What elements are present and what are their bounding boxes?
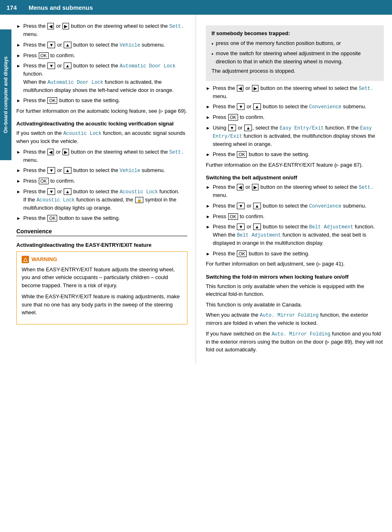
dot-icon: • <box>212 50 214 58</box>
warning-text-1: When the EASY-ENTRY/EXIT feature adjusts… <box>22 266 182 290</box>
bullet-text: Press the ▼ or ▲ button to select the Co… <box>213 202 384 210</box>
btn-up: ▲ <box>64 63 71 69</box>
list-item: ► Press OK to confirm. <box>206 212 384 221</box>
bullet-text: Press OK to confirm. <box>213 212 384 221</box>
further-easy-entry-text: Further information on the EASY-ENTRY/EX… <box>206 161 384 169</box>
arrow-icon: ► <box>206 85 210 92</box>
belt-adjustment-section: Switching the belt adjustment on/off ► P… <box>206 174 384 268</box>
list-item: ► Press the ◀ or ▶ button on the steerin… <box>206 84 384 101</box>
arrow-icon: ► <box>16 52 21 59</box>
right-column: If somebody becomes trapped: • press one… <box>196 15 392 364</box>
mirror-para-4: If you have switched on the Auto. Mirror… <box>206 330 384 354</box>
bullet-text: Press the ◀ or ▶ button on the steering … <box>213 84 384 101</box>
list-item: ► Press the ▼ or ▲ button to select the … <box>16 41 187 49</box>
list-item: ► Press the ▼ or ▲ button to select the … <box>16 62 187 94</box>
bullet-text: Press the ▼ or ▲ button to select the Ve… <box>23 166 187 174</box>
btn-up: ▲ <box>253 203 261 209</box>
btn-ok: OK <box>39 178 49 184</box>
page-number: 174 <box>0 0 24 15</box>
list-item: ► Press the ◀ or ▶ button on the steerin… <box>16 22 187 38</box>
belt-heading: Switching the belt adjustment on/off <box>206 174 384 181</box>
menu-sett: Sett. <box>169 150 184 155</box>
btn-ok: OK <box>237 151 247 158</box>
bullet-text: Press the ◀ or ▶ button on the steering … <box>23 148 187 164</box>
btn-up: ▲ <box>64 188 71 195</box>
btn-down: ▼ <box>47 63 55 69</box>
info-box: If somebody becomes trapped: • press one… <box>206 25 384 81</box>
header-bar: 174 Menus and submenus <box>0 0 392 15</box>
btn-ok: OK <box>228 213 238 220</box>
btn-ok: OK <box>39 52 49 59</box>
arrow-icon: ► <box>16 63 21 69</box>
bullet-text: Press the OK button to save the setting. <box>213 250 384 258</box>
arrow-icon: ► <box>206 184 210 191</box>
dot-icon: • <box>212 40 214 48</box>
arrow-icon: ► <box>16 167 21 174</box>
menu-auto-door-lock: Automatic Door Lock <box>120 63 176 69</box>
list-item: ► Press the ▼ or ▲ button to select the … <box>206 223 384 247</box>
bullet-text: Press the OK button to save the setting. <box>213 150 384 159</box>
btn-right: ▶ <box>62 23 69 29</box>
mirror-heading: Switching the fold-in mirrors when locki… <box>206 274 384 280</box>
belt-further-text: For further information on belt adjustme… <box>206 260 384 268</box>
easy-entry-bullets: ► Press the ◀ or ▶ button on the steerin… <box>206 84 384 159</box>
arrow-icon: ► <box>16 97 21 104</box>
menu-convenience: Convenience <box>309 104 341 110</box>
list-item: ► Press the ▼ or ▲ button to select the … <box>206 103 384 111</box>
btn-down: ▼ <box>237 224 245 230</box>
btn-down: ▼ <box>47 188 55 195</box>
arrow-icon: ► <box>206 203 210 210</box>
list-item: • press one of the memory function posit… <box>212 39 378 48</box>
arrow-icon: ► <box>206 114 210 121</box>
acoustic-locking-section: Activating/deactivating the acoustic loc… <box>16 121 187 222</box>
btn-up: ▲ <box>64 42 71 48</box>
arrow-icon: ► <box>16 215 21 222</box>
convenience-heading: Convenience <box>16 228 187 236</box>
btn-right: ▶ <box>62 149 69 155</box>
btn-left: ◀ <box>47 149 54 155</box>
btn-up: ▲ <box>244 125 252 131</box>
btn-ok: OK <box>228 114 238 121</box>
menu-auto-mirror-2: Auto. Mirror Folding <box>272 331 330 337</box>
warning-label: WARNING <box>31 256 57 262</box>
menu-sett: Sett. <box>359 185 374 190</box>
bullet-text: Press the ▼ or ▲ button to select the Ve… <box>23 41 187 49</box>
menu-auto-mirror: Auto. Mirror Folding <box>260 313 318 318</box>
menu-belt-adj: Belt Adjustment <box>309 224 353 230</box>
bullet-text: Using ▼ or ▲, select the Easy Entry/Exit… <box>213 124 384 148</box>
menu-vehicle: Vehicle <box>120 42 140 48</box>
info-item-1: press one of the memory function positio… <box>216 39 341 47</box>
arrow-icon: ► <box>16 188 21 195</box>
info-footer: The adjustment process is stopped. <box>212 67 378 75</box>
btn-ok: OK <box>237 250 247 257</box>
list-item: ► Press the ▼ or ▲ button to select the … <box>16 166 187 174</box>
list-item: ► Press OK to confirm. <box>16 51 187 60</box>
bullet-text: Press the ▼ or ▲ button to select the Au… <box>23 62 187 94</box>
warning-title: △ WARNING <box>22 256 182 263</box>
further-info-text: For further information on the automatic… <box>16 107 187 115</box>
menu-acoustic-lock: Acoustic Lock <box>63 131 102 136</box>
btn-left: ◀ <box>47 23 54 29</box>
btn-down: ▼ <box>237 103 245 110</box>
btn-up: ▲ <box>64 167 71 174</box>
mirror-para-2: This function is only available in Canad… <box>206 301 384 309</box>
bullet-text: Press the ◀ or ▶ button on the steering … <box>23 22 187 38</box>
list-item: ► Press OK to confirm. <box>206 113 384 121</box>
main-content: On-board computer and displays ► Press t… <box>0 15 392 364</box>
list-item: ► Press the ▼ or ▲ button to select the … <box>16 188 187 212</box>
menu-vehicle: Vehicle <box>120 168 140 174</box>
arrow-icon: ► <box>206 213 210 220</box>
acoustic-intro: If you switch on the Acoustic Lock funct… <box>16 129 187 145</box>
list-item: ► Press the ▼ or ▲ button to select the … <box>206 202 384 210</box>
bullet-text: Press the OK button to save the setting. <box>23 214 187 222</box>
bullet-text: Press OK to confirm. <box>23 51 187 60</box>
arrow-icon: ► <box>206 103 210 110</box>
bullet-text: Press the OK button to save the setting. <box>23 96 187 105</box>
info-item-2: move the switch for steering wheel adjus… <box>216 49 378 65</box>
bullet-text: Press the ◀ or ▶ button on the steering … <box>213 183 384 199</box>
arrow-icon: ► <box>16 149 21 156</box>
list-item: ► Press the OK button to save the settin… <box>206 250 384 258</box>
list-item: ► Press the ◀ or ▶ button on the steerin… <box>206 183 384 199</box>
mirror-para-1: This function is only available when the… <box>206 282 384 298</box>
btn-down: ▼ <box>237 203 245 209</box>
